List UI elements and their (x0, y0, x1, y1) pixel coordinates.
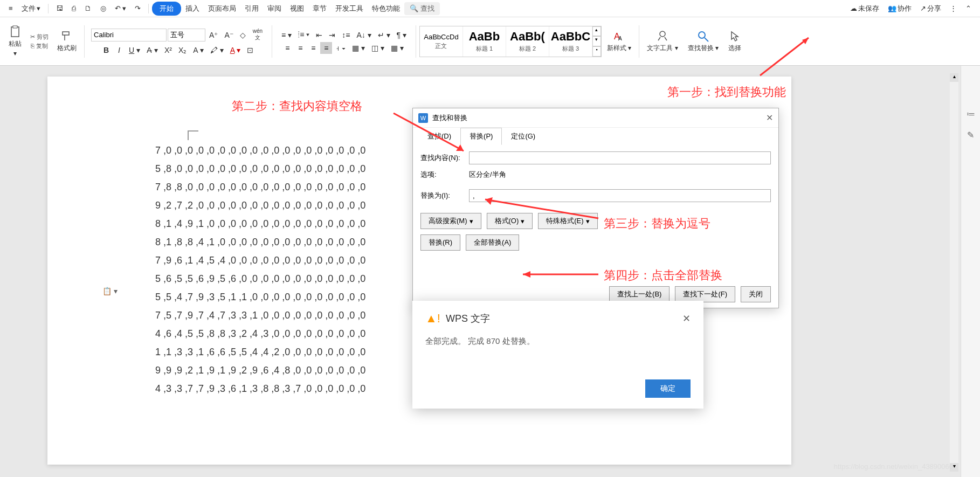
find-prev-button[interactable]: 查找上一处(B) (609, 286, 670, 302)
paste-button[interactable]: 粘贴 ▾ (4, 23, 26, 59)
distribute-icon[interactable]: ⫞ ▾ (333, 42, 348, 54)
italic-button[interactable]: I (113, 44, 125, 56)
tab-goto[interactable]: 定位(G) (502, 128, 544, 145)
number-list-icon[interactable]: ⦙≡ ▾ (295, 29, 312, 41)
ok-button[interactable]: 确定 (645, 379, 691, 398)
tab-find[interactable]: 查找(D) (418, 128, 460, 145)
preview-icon[interactable]: 🗋 (80, 2, 96, 15)
select-button[interactable]: 选择 (724, 27, 746, 55)
font-size-select[interactable] (168, 29, 205, 42)
hamburger-icon[interactable]: ≡ (4, 2, 17, 15)
bullet-list-icon[interactable]: ≡ ▾ (279, 29, 294, 41)
search-icon[interactable]: ◎ (96, 2, 111, 15)
sort-icon[interactable]: A↓ ▾ (354, 29, 374, 41)
text-effects-button[interactable]: A ▾ (190, 44, 206, 56)
grow-font-icon[interactable]: A⁺ (206, 29, 220, 41)
format-button[interactable]: 格式(O) ▾ (487, 213, 533, 229)
copy-button[interactable]: ⎘ 复制 (31, 42, 48, 50)
tab-chapter[interactable]: 章节 (308, 2, 331, 16)
tab-replace[interactable]: 替换(P) (460, 128, 502, 145)
undo-icon[interactable]: ↶ ▾ (111, 2, 131, 15)
text-tools-button[interactable]: 文字工具 ▾ (643, 27, 682, 55)
dialog-titlebar[interactable]: W 查找和替换 ✕ (413, 108, 778, 128)
borders-icon[interactable]: ▦ ▾ (388, 42, 406, 54)
unsaved-indicator[interactable]: ☁ 未保存 (846, 2, 884, 16)
decrease-indent-icon[interactable]: ⇤ (313, 29, 325, 41)
replace-input[interactable] (469, 189, 771, 202)
align-left-icon[interactable]: ≡ (281, 42, 293, 54)
tab-insert[interactable]: 插入 (181, 2, 204, 16)
msgbox-close-icon[interactable]: ✕ (682, 313, 691, 324)
svg-line-6 (705, 38, 708, 42)
tab-review[interactable]: 审阅 (263, 2, 286, 16)
text-direction-icon[interactable]: ↵ ▾ (375, 29, 393, 41)
styles-scroll[interactable]: ▴▾▪ (592, 26, 601, 57)
bold-button[interactable]: B (100, 44, 112, 56)
style-heading1[interactable]: AaBb标题 1 (463, 26, 506, 57)
share-button[interactable]: ↗ 分享 (916, 2, 946, 16)
find-input[interactable] (469, 151, 771, 164)
align-justify-icon[interactable]: ≡ (320, 42, 332, 54)
font-color-button[interactable]: A ▾ (227, 44, 243, 56)
phonetic-icon[interactable]: wén文 (250, 26, 265, 43)
char-border-button[interactable]: ⊡ (244, 44, 256, 56)
warning-icon: ▲! (425, 312, 440, 326)
vertical-scrollbar[interactable]: ▴ ▾ (950, 73, 958, 472)
style-normal[interactable]: AaBbCcDd正文 (420, 26, 463, 57)
strike-button[interactable]: A̶ ▾ (144, 44, 161, 56)
find-replace-dialog: W 查找和替换 ✕ 查找(D) 替换(P) 定位(G) 查找内容(N): 选项:… (412, 108, 779, 308)
find-replace-button[interactable]: 查找替换 ▾ (684, 27, 723, 55)
svg-point-4 (660, 31, 665, 37)
columns-icon[interactable]: ▦ ▾ (349, 42, 368, 54)
search-box[interactable]: 🔍 查找 (404, 2, 440, 15)
cut-button[interactable]: ✂ 剪切 (30, 33, 49, 41)
line-spacing-icon[interactable]: ↕≡ (339, 29, 353, 41)
tab-features[interactable]: 特色功能 (368, 2, 404, 16)
format-painter-button[interactable]: 格式刷 (53, 27, 81, 55)
special-format-button[interactable]: 特殊格式(E) ▾ (538, 213, 597, 229)
clear-format-icon[interactable]: ◇ (237, 29, 249, 41)
print-icon[interactable]: ⎙ (67, 2, 80, 15)
redo-icon[interactable]: ↷ (130, 2, 145, 15)
new-style-button[interactable]: AA 新样式 ▾ (603, 27, 636, 55)
replace-all-button[interactable]: 全部替换(A) (466, 234, 519, 251)
style-heading3[interactable]: AaBbC标题 3 (549, 26, 592, 57)
tab-layout[interactable]: 页面布局 (204, 2, 240, 16)
svg-rect-1 (13, 26, 17, 28)
tab-devtools[interactable]: 开发工具 (331, 2, 368, 16)
expand-icon[interactable]: ⌃ (961, 2, 976, 15)
tab-start[interactable]: 开始 (152, 2, 181, 16)
align-right-icon[interactable]: ≡ (307, 42, 319, 54)
sidebar-tool-2[interactable]: ✎ (967, 130, 974, 140)
paste-options-icon[interactable]: 📋 ▾ (102, 287, 118, 295)
align-center-icon[interactable]: ≡ (294, 42, 306, 54)
file-menu[interactable]: 文件 ▾ (17, 2, 45, 16)
show-marks-icon[interactable]: ¶ ▾ (394, 29, 409, 41)
style-heading2[interactable]: AaBb(标题 2 (506, 26, 549, 57)
increase-indent-icon[interactable]: ⇥ (326, 29, 338, 41)
scroll-up-icon[interactable]: ▴ (950, 73, 958, 82)
shrink-font-icon[interactable]: A⁻ (222, 29, 236, 41)
advanced-search-button[interactable]: 高级搜索(M) ▾ (420, 213, 481, 229)
font-name-select[interactable] (91, 29, 167, 42)
svg-point-5 (699, 32, 705, 38)
msgbox-title: WPS 文字 (446, 312, 677, 325)
sidebar-tool-1[interactable]: ≔ (967, 109, 975, 119)
underline-button[interactable]: U ▾ (126, 44, 143, 56)
watermark: https://blog.csdn.net/weixin_43890066 (834, 462, 953, 471)
svg-rect-0 (11, 27, 19, 37)
tab-view[interactable]: 视图 (286, 2, 308, 16)
subscript-button[interactable]: X₂ (176, 44, 189, 56)
highlight-button[interactable]: 🖍 ▾ (208, 44, 226, 56)
more-icon[interactable]: ⋮ (946, 2, 961, 15)
superscript-button[interactable]: X² (162, 44, 175, 56)
save-icon[interactable]: 🖫 (52, 2, 67, 15)
close-icon[interactable]: ✕ (766, 113, 773, 123)
close-button[interactable]: 关闭 (741, 286, 771, 302)
divider (148, 4, 149, 13)
replace-button[interactable]: 替换(R) (420, 234, 460, 251)
shading-icon[interactable]: ◫ ▾ (369, 42, 387, 54)
tab-references[interactable]: 引用 (240, 2, 263, 16)
collab-button[interactable]: 👥 协作 (884, 2, 916, 16)
find-next-button[interactable]: 查找下一处(F) (675, 286, 735, 302)
